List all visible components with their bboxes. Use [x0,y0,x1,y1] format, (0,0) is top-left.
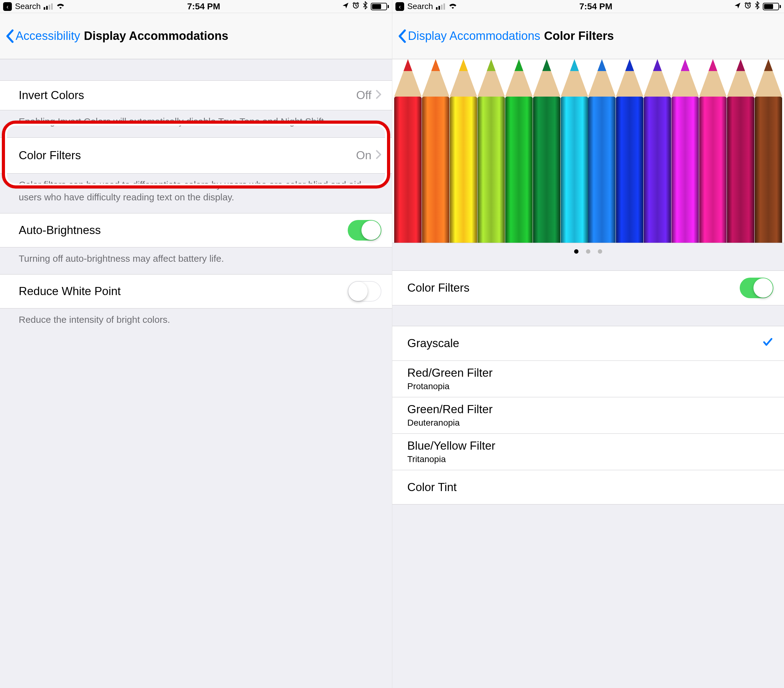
pencil-icon [504,59,534,243]
bluetooth-icon [363,1,368,11]
battery-icon [371,3,389,10]
page-dot[interactable] [586,249,590,254]
alarm-icon [744,2,751,11]
location-icon [734,2,741,11]
page-dot[interactable] [598,249,602,254]
status-back-label[interactable]: Search [407,2,433,11]
status-bar: ‹ Search 7:54 PM [392,0,784,13]
row-label: Color Filters [19,149,356,162]
row-value: On [356,149,371,162]
chevron-right-icon [376,149,381,162]
footer-reduce-white: Reduce the intensity of bright colors. [0,309,392,336]
pencil-icon [726,59,755,243]
toggle-reduce-white-point[interactable] [348,281,381,302]
status-time: 7:54 PM [187,2,220,11]
filter-option[interactable]: Grayscale [392,326,784,361]
pencil-icon [393,59,423,243]
row-label: Invert Colors [19,89,356,102]
page-indicator[interactable] [392,243,784,260]
pencil-icon [587,59,617,243]
wifi-icon [56,2,65,11]
filter-option[interactable]: Green/Red FilterDeuteranopia [392,397,784,433]
alarm-icon [352,2,359,11]
footer-invert: Enabling Invert Colors will automaticall… [0,110,392,138]
row-label: Reduce White Point [19,285,348,298]
pencil-icon [476,59,506,243]
chevron-left-icon [5,29,14,43]
option-label: Green/Red Filter [407,403,493,416]
page-dot[interactable] [574,249,578,254]
checkmark-icon [762,337,773,351]
screen-color-filters: ‹ Search 7:54 PM Display Accommodations … [392,0,784,688]
row-label: Auto-Brightness [19,224,348,237]
option-sublabel: Tritanopia [407,454,495,464]
status-back-icon[interactable]: ‹ [395,2,404,11]
filter-option[interactable]: Color Tint [392,470,784,504]
pencil-icon [421,59,451,243]
option-sublabel: Protanopia [407,381,493,391]
cell-signal-icon [436,3,445,10]
nav-back-label: Display Accommodations [408,29,540,43]
wifi-icon [448,2,458,11]
nav-back-button[interactable]: Display Accommodations [397,29,540,43]
nav-back-button[interactable]: Accessibility [5,29,80,43]
filter-option[interactable]: Red/Green FilterProtanopia [392,361,784,397]
location-icon [342,2,349,11]
row-color-filters-toggle[interactable]: Color Filters [392,271,784,305]
pencil-icon [532,59,561,243]
cell-signal-icon [44,3,53,10]
toggle-auto-brightness[interactable] [348,220,381,241]
option-label: Red/Green Filter [407,366,493,379]
row-value: Off [356,89,371,102]
pencil-icon [643,59,672,243]
nav-title: Display Accommodations [84,29,228,43]
color-preview-pencils[interactable] [392,59,784,243]
option-label: Grayscale [407,337,460,350]
nav-title: Color Filters [544,29,614,43]
filter-options-list: GrayscaleRed/Green FilterProtanopiaGreen… [392,326,784,504]
status-time: 7:54 PM [580,2,613,11]
nav-back-label: Accessibility [16,29,80,43]
row-color-filters[interactable]: Color Filters On [0,138,392,174]
pencil-icon [670,59,700,243]
option-label: Color Tint [407,481,456,494]
pencil-icon [449,59,478,243]
status-bar: ‹ Search 7:54 PM [0,0,392,13]
row-auto-brightness[interactable]: Auto-Brightness [0,213,392,247]
status-back-label[interactable]: Search [15,2,41,11]
nav-bar: Accessibility Display Accommodations [0,13,392,59]
chevron-right-icon [376,89,381,102]
filter-option[interactable]: Blue/Yellow FilterTritanopia [392,433,784,470]
footer-auto-brightness: Turning off auto-brightness may affect b… [0,247,392,274]
option-sublabel: Deuteranopia [407,418,493,428]
row-reduce-white-point[interactable]: Reduce White Point [0,274,392,309]
pencil-icon [560,59,589,243]
bluetooth-icon [755,1,760,11]
status-back-icon[interactable]: ‹ [3,2,12,11]
battery-icon [763,3,781,10]
toggle-color-filters[interactable] [740,277,773,298]
footer-color-filters: Color filters can be used to differentia… [0,174,392,213]
chevron-left-icon [397,29,407,43]
row-label: Color Filters [407,281,740,294]
nav-bar: Display Accommodations Color Filters [392,13,784,59]
pencil-icon [615,59,645,243]
screen-display-accommodations: ‹ Search 7:54 PM Accessibility Display A… [0,0,392,688]
pencil-icon [753,59,783,243]
option-label: Blue/Yellow Filter [407,439,495,452]
row-invert-colors[interactable]: Invert Colors Off [0,80,392,110]
pencil-icon [698,59,728,243]
